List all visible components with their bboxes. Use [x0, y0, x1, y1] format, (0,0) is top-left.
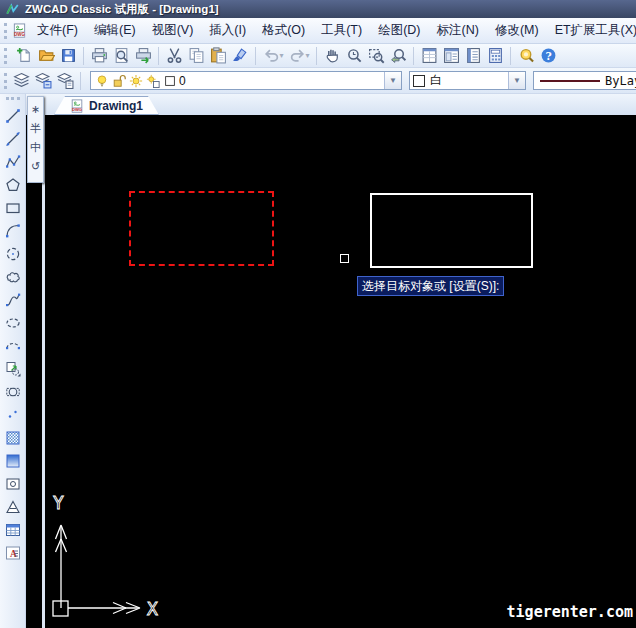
layer-previous-icon[interactable]: [32, 71, 54, 91]
zwcad-logo-icon: [5, 3, 20, 16]
zoom-realtime-icon[interactable]: [343, 46, 365, 66]
design-center-icon[interactable]: [440, 46, 462, 66]
find-icon[interactable]: [515, 46, 537, 66]
insert-block-icon[interactable]: [3, 360, 23, 377]
menu-grip[interactable]: [4, 23, 7, 39]
osnap-mini-toolbar: ∗半中↺: [27, 96, 44, 183]
menu-doc-icon-holder: DWG: [10, 23, 29, 38]
save-icon[interactable]: [57, 46, 79, 66]
pan-icon[interactable]: [321, 46, 343, 66]
help-icon[interactable]: ?: [537, 46, 559, 66]
table-icon[interactable]: [3, 521, 23, 538]
dwg-file-icon[interactable]: DWG: [10, 23, 29, 38]
osnap-temp-track-icon[interactable]: ∗: [28, 101, 43, 117]
ellipse-icon[interactable]: [3, 314, 23, 331]
mtext-icon[interactable]: A: [3, 544, 23, 561]
layer-manager-icon[interactable]: [10, 71, 32, 91]
zoom-previous-icon[interactable]: [387, 46, 409, 66]
rectangle-entity[interactable]: [370, 193, 533, 268]
osnap-midpoint-icon[interactable]: 中: [28, 139, 43, 155]
color-combo-dropdown-icon[interactable]: ▼: [508, 72, 525, 89]
osnap-center-icon[interactable]: ↺: [28, 158, 43, 174]
new-file-icon[interactable]: [13, 46, 35, 66]
layer-name-value: 0: [178, 74, 186, 88]
plot-icon[interactable]: [132, 46, 154, 66]
logo-holder: [5, 3, 20, 16]
toolbar-separator: [158, 47, 159, 65]
linetype-sample-line: [540, 80, 600, 82]
tool-palettes-icon[interactable]: [462, 46, 484, 66]
layer-states-icon[interactable]: [54, 71, 76, 91]
spline-icon[interactable]: [3, 291, 23, 308]
rectangle-icon[interactable]: [3, 199, 23, 216]
menu-item-6[interactable]: 绘图(D): [370, 18, 428, 43]
paste-icon[interactable]: [207, 46, 229, 66]
revision-cloud-icon[interactable]: [3, 268, 23, 285]
menu-item-5[interactable]: 工具(T): [313, 18, 370, 43]
arc-icon[interactable]: [3, 222, 23, 239]
window-title: ZWCAD Classic 试用版 - [Drawing1]: [25, 2, 219, 17]
menu-item-7[interactable]: 标注(N): [429, 18, 487, 43]
draw-toolbar-grip[interactable]: [6, 97, 20, 103]
tab-label: Drawing1: [89, 99, 143, 113]
construction-line-icon[interactable]: [3, 130, 23, 147]
ucs-icon: Y X: [44, 491, 204, 626]
print-preview-icon[interactable]: [110, 46, 132, 66]
title-bar: ZWCAD Classic 试用版 - [Drawing1]: [0, 0, 636, 18]
cut-icon[interactable]: [163, 46, 185, 66]
svg-text:?: ?: [545, 50, 551, 63]
region-icon[interactable]: [3, 475, 23, 492]
menu-item-8[interactable]: 修改(M): [487, 18, 547, 43]
selected-rectangle-entity[interactable]: [129, 191, 274, 266]
standard-toolbar-grip[interactable]: [4, 48, 10, 64]
osnap-from-icon[interactable]: 半: [28, 120, 43, 136]
open-icon[interactable]: [35, 46, 57, 66]
toolbar-separator: [83, 47, 84, 65]
watermark-text: tigerenter.com: [507, 603, 633, 621]
gradient-icon[interactable]: [3, 452, 23, 469]
color-combobox[interactable]: 白 ▼: [409, 71, 526, 90]
print-icon[interactable]: [88, 46, 110, 66]
tab-drawing1[interactable]: DWG Drawing1: [54, 96, 159, 115]
line-icon[interactable]: [3, 107, 23, 124]
wipeout-icon[interactable]: [3, 498, 23, 515]
layer-toolbar-buttons: [10, 71, 76, 91]
menu-item-2[interactable]: 视图(V): [144, 18, 202, 43]
redo-dropdown-icon[interactable]: ▾: [303, 46, 312, 66]
menu-item-4[interactable]: 格式(O): [254, 18, 313, 43]
toolbar-separator: [316, 47, 317, 65]
unlock-icon: [110, 73, 127, 89]
undo-dropdown-icon[interactable]: ▾: [277, 46, 286, 66]
menu-items: 文件(F)编辑(E)视图(V)插入(I)格式(O)工具(T)绘图(D)标注(N)…: [29, 18, 636, 43]
osnap-buttons: ∗半中↺: [28, 101, 43, 174]
match-properties-icon[interactable]: [229, 46, 251, 66]
zoom-window-icon[interactable]: [365, 46, 387, 66]
ucs-x-label: X: [147, 598, 158, 619]
layer-combobox[interactable]: 0 ▼: [90, 71, 402, 90]
copy-icon[interactable]: [185, 46, 207, 66]
menu-item-3[interactable]: 插入(I): [201, 18, 254, 43]
quick-calc-icon[interactable]: [484, 46, 506, 66]
point-icon[interactable]: [3, 406, 23, 423]
polyline-icon[interactable]: [3, 153, 23, 170]
toolbar-separator: [510, 47, 511, 65]
drawing-canvas[interactable]: 选择目标对象或 [设置(S)]: Y X tigerenter.com: [26, 115, 636, 628]
linetype-combobox[interactable]: ByLayer: [533, 71, 636, 90]
make-block-icon[interactable]: [3, 383, 23, 400]
menu-item-9[interactable]: ET扩展工具(X): [547, 18, 636, 43]
circle-icon[interactable]: [3, 245, 23, 262]
command-prompt-tooltip: 选择目标对象或 [设置(S)]:: [357, 276, 504, 296]
menu-item-1[interactable]: 编辑(E): [86, 18, 144, 43]
tab-icon-holder: DWG: [70, 99, 84, 113]
layer-toolbar-grip[interactable]: [4, 73, 7, 89]
layer-combo-dropdown-icon[interactable]: ▼: [384, 72, 401, 89]
svg-text:DWG: DWG: [14, 32, 25, 37]
menu-item-0[interactable]: 文件(F): [29, 18, 86, 43]
color-swatch-white: [413, 75, 425, 87]
toolbar-separator: [255, 47, 256, 65]
polygon-icon[interactable]: [3, 176, 23, 193]
properties-palette-icon[interactable]: [418, 46, 440, 66]
hatch-icon[interactable]: [3, 429, 23, 446]
color-value: 白: [429, 72, 442, 89]
ellipse-arc-icon[interactable]: [3, 337, 23, 354]
